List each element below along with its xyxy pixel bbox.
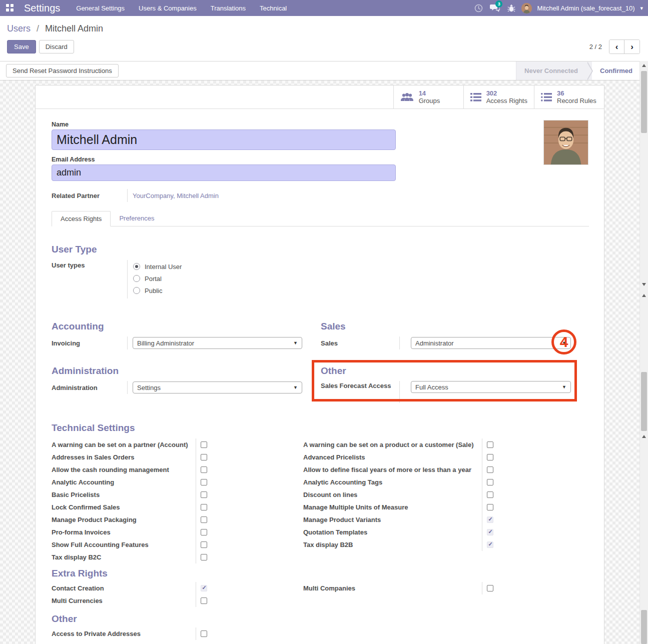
debug-bug-icon[interactable]: [505, 2, 518, 14]
stat-value: 14: [419, 90, 440, 97]
checkbox[interactable]: [487, 479, 493, 486]
checkbox[interactable]: [201, 542, 207, 548]
stat-button-groups[interactable]: 14Groups: [393, 86, 463, 108]
sales-group: Sales Sales Administrator▼: [321, 320, 571, 350]
setting-label: Manage Multiple Units of Measure: [303, 504, 482, 511]
name-field[interactable]: [52, 130, 396, 150]
radio-public[interactable]: Public: [133, 284, 353, 296]
dropdown-arrow-icon: ▼: [562, 384, 566, 390]
discard-button[interactable]: Discard: [39, 40, 74, 54]
checkbox[interactable]: [487, 492, 493, 498]
radio-icon[interactable]: [133, 263, 140, 270]
tab-preferences[interactable]: Preferences: [111, 211, 163, 226]
scroll-up-icon[interactable]: [642, 64, 646, 67]
stat-button-access-rights[interactable]: 302Access Rights: [463, 86, 534, 108]
setting-label: Basic Pricelists: [52, 491, 196, 498]
checkbox[interactable]: [201, 598, 207, 604]
technical-right-column: A warning can be set on a product or a c…: [303, 438, 571, 551]
user-avatar[interactable]: [521, 3, 532, 14]
radio-icon[interactable]: [133, 287, 140, 294]
checkbox[interactable]: [487, 529, 493, 536]
menu-translations[interactable]: Translations: [206, 1, 251, 16]
sales-forecast-access-select[interactable]: Full Access▼: [411, 381, 571, 393]
checkbox[interactable]: [487, 585, 493, 592]
checkbox[interactable]: [201, 516, 207, 523]
menu-users-companies[interactable]: Users & Companies: [134, 1, 202, 16]
radio-icon[interactable]: [133, 275, 140, 282]
radio-portal[interactable]: Portal: [133, 272, 353, 284]
scroll-up-icon[interactable]: [642, 294, 646, 297]
status-never-connected[interactable]: Never Connected: [516, 62, 586, 80]
settings-window: Settings General Settings Users & Compan…: [0, 0, 648, 644]
app-name[interactable]: Settings: [24, 2, 60, 14]
checkbox[interactable]: [201, 630, 207, 637]
scrollbar-thumb[interactable]: [641, 610, 647, 644]
checkbox[interactable]: [201, 454, 207, 460]
tab-access-rights[interactable]: Access Rights: [52, 211, 111, 226]
scrollbar-thumb[interactable]: [641, 372, 647, 431]
breadcrumb: Users / Mitchell Admin: [7, 24, 640, 34]
checkbox[interactable]: [201, 554, 207, 560]
checkbox[interactable]: [201, 529, 207, 536]
send-reset-password-button[interactable]: Send Reset Password Instructions: [6, 64, 119, 78]
related-partner-label: Related Partner: [52, 192, 127, 200]
email-field[interactable]: [52, 164, 396, 181]
menu-technical[interactable]: Technical: [255, 1, 292, 16]
administration-select[interactable]: Settings▼: [133, 382, 302, 394]
user-menu[interactable]: Mitchell Admin (sale_forecast_10): [537, 4, 634, 12]
checkbox[interactable]: [487, 516, 493, 523]
setting-row: Advanced Pricelists: [303, 451, 571, 464]
sales-label: Sales: [321, 338, 399, 348]
setting-row: Discount on lines: [303, 488, 571, 501]
checkbox[interactable]: [201, 466, 207, 473]
messages-icon[interactable]: 3: [488, 2, 501, 14]
user-photo[interactable]: [543, 120, 588, 165]
checkbox[interactable]: [201, 442, 207, 448]
pager-previous-button[interactable]: ‹: [609, 40, 624, 54]
scrollbar-thumb[interactable]: [641, 71, 647, 133]
scroll-up-icon[interactable]: [642, 435, 646, 438]
dropdown-arrow-icon: ▼: [293, 340, 298, 346]
stat-value: 36: [557, 90, 596, 97]
checkbox[interactable]: [201, 479, 207, 486]
menu-general-settings[interactable]: General Settings: [71, 1, 130, 16]
checkbox[interactable]: [487, 454, 493, 460]
technical-left-column: A warning can be set on a partner (Accou…: [52, 438, 302, 564]
invoicing-label: Invoicing: [52, 340, 127, 347]
breadcrumb-users-link[interactable]: Users: [7, 24, 31, 34]
breadcrumb-current: Mitchell Admin: [45, 24, 103, 34]
save-button[interactable]: Save: [7, 40, 36, 54]
checkbox[interactable]: [487, 504, 493, 510]
sales-heading: Sales: [321, 320, 571, 332]
sales-forecast-access-label: Sales Forecast Access: [321, 381, 399, 390]
accounting-heading: Accounting: [52, 320, 302, 332]
radio-internal-user[interactable]: Internal User: [133, 260, 353, 272]
invoicing-select[interactable]: Billing Administrator▼: [133, 337, 302, 349]
messages-badge: 3: [495, 0, 502, 8]
scroll-down-icon[interactable]: [642, 283, 646, 286]
other-heading: Other: [321, 365, 571, 376]
related-partner-link[interactable]: YourCompany, Mitchell Admin: [133, 192, 219, 200]
sales-select[interactable]: Administrator▼: [411, 337, 571, 349]
setting-row: Multi Currencies: [52, 594, 302, 607]
related-partner-row: Related Partner YourCompany, Mitchell Ad…: [52, 189, 589, 202]
checkbox[interactable]: [201, 504, 207, 510]
status-confirmed[interactable]: Confirmed: [592, 62, 639, 80]
pager-next-button[interactable]: ›: [624, 40, 639, 54]
setting-label: Tax display B2C: [52, 554, 196, 561]
administration-heading: Administration: [52, 365, 302, 376]
checkbox[interactable]: [487, 542, 493, 548]
user-type-section: User Type User types Internal User Porta…: [52, 244, 589, 298]
checkbox[interactable]: [487, 442, 493, 448]
form-statusbar: Send Reset Password Instructions Never C…: [0, 61, 639, 80]
setting-row: Access to Private Addresses: [52, 628, 302, 640]
apps-menu-icon[interactable]: [6, 4, 14, 12]
stat-button-record-rules[interactable]: 36Record Rules: [534, 86, 604, 108]
setting-row: Allow the cash rounding management: [52, 464, 302, 476]
setting-label: Addresses in Sales Orders: [52, 454, 196, 461]
checkbox[interactable]: [201, 585, 207, 592]
setting-label: Multi Currencies: [52, 597, 196, 604]
checkbox[interactable]: [201, 492, 207, 498]
activities-clock-icon[interactable]: [472, 2, 485, 14]
checkbox[interactable]: [487, 466, 493, 473]
